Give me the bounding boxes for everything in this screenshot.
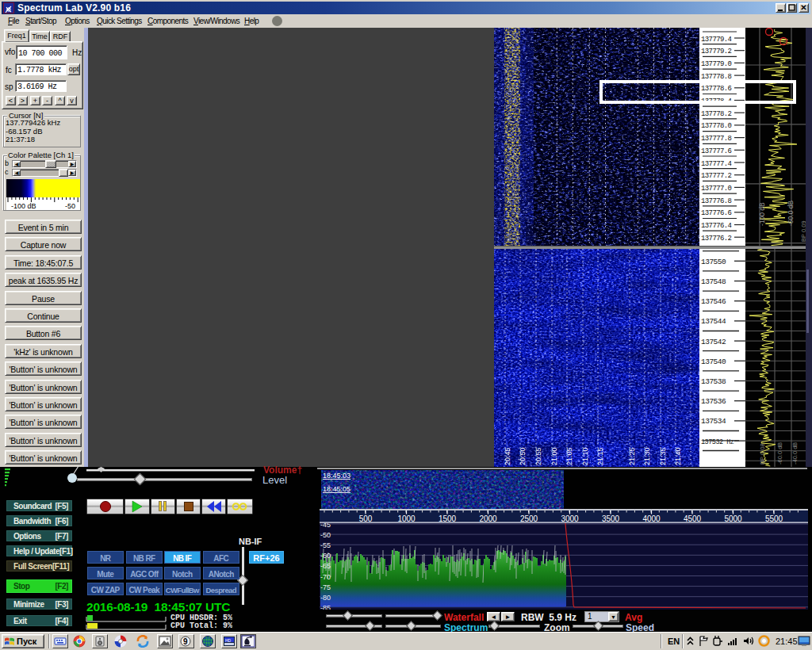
- svg-text:9: 9: [183, 637, 188, 646]
- svg-text:4000: 4000: [642, 514, 661, 523]
- svg-text:3000: 3000: [561, 514, 579, 523]
- svg-text:137779.4: 137779.4: [701, 36, 732, 44]
- svg-text:-70: -70: [320, 573, 331, 581]
- svg-text:-60.0 dB: -60.0 dB: [787, 201, 795, 226]
- svg-text:137534: 137534: [701, 417, 726, 426]
- svg-text:137532 Hz: 137532 Hz: [701, 438, 734, 446]
- svg-text:20:55: 20:55: [534, 447, 542, 465]
- svg-text:BP 0.09: BP 0.09: [800, 220, 806, 242]
- svg-text:137777.2: 137777.2: [701, 172, 732, 180]
- svg-text:-100 dB: -100 dB: [11, 202, 36, 210]
- svg-text:4500: 4500: [684, 514, 702, 523]
- svg-text:18:45:03: 18:45:03: [323, 472, 350, 480]
- svg-text:21:30: 21:30: [643, 447, 651, 465]
- svg-text:-60: -60: [320, 552, 331, 560]
- svg-text:137776.6: 137776.6: [701, 209, 732, 217]
- svg-text:-55: -55: [320, 541, 331, 549]
- svg-text:BP 0.08: BP 0.08: [759, 443, 766, 465]
- svg-text:20:45: 20:45: [504, 447, 511, 465]
- svg-text:2500: 2500: [520, 514, 538, 523]
- svg-text:-75: -75: [320, 583, 331, 591]
- svg-text:21:00: 21:00: [550, 447, 558, 465]
- svg-text:-50: -50: [320, 531, 331, 539]
- svg-text:5000: 5000: [724, 514, 742, 523]
- svg-text:137777.8: 137777.8: [701, 135, 732, 143]
- svg-text:-45: -45: [320, 523, 331, 529]
- svg-text:137778.2: 137778.2: [701, 110, 732, 118]
- svg-text:137538: 137538: [701, 377, 726, 386]
- svg-text:137776.2: 137776.2: [701, 235, 732, 243]
- svg-text:137536: 137536: [701, 397, 726, 406]
- svg-text:18:45:05: 18:45:05: [323, 485, 350, 493]
- svg-text:137542: 137542: [701, 338, 726, 346]
- svg-text:3500: 3500: [602, 514, 620, 523]
- svg-text:1500: 1500: [439, 514, 457, 523]
- svg-text:-60.0 dB: -60.0 dB: [776, 442, 783, 465]
- svg-text:21:10: 21:10: [581, 447, 589, 465]
- svg-text:137777.0: 137777.0: [701, 185, 732, 193]
- svg-text:21:40: 21:40: [674, 447, 682, 465]
- svg-text:137778.0: 137778.0: [701, 122, 732, 130]
- svg-text:137546: 137546: [701, 297, 726, 306]
- svg-text:137779.0: 137779.0: [701, 60, 732, 68]
- svg-text:1000: 1000: [397, 514, 416, 523]
- svg-text:-85: -85: [320, 604, 331, 610]
- svg-text:137776.4: 137776.4: [701, 222, 732, 230]
- svg-text:-50: -50: [65, 202, 75, 210]
- svg-text:137540: 137540: [701, 358, 726, 366]
- svg-text:137776.8: 137776.8: [701, 197, 732, 205]
- svg-text:137779.2: 137779.2: [701, 48, 732, 55]
- svg-text:20:50: 20:50: [519, 447, 527, 465]
- svg-text:137548: 137548: [701, 277, 726, 286]
- svg-text:-100 dB: -100 dB: [758, 202, 766, 226]
- svg-text:21:05: 21:05: [565, 447, 573, 465]
- svg-text:21:35: 21:35: [659, 447, 667, 465]
- svg-text:137544: 137544: [701, 317, 726, 326]
- svg-text:-40.0 dB: -40.0 dB: [791, 442, 799, 465]
- svg-text:-65: -65: [320, 562, 331, 570]
- svg-text:21:15: 21:15: [596, 447, 604, 465]
- svg-text:2000: 2000: [479, 514, 497, 523]
- svg-text:137777.6: 137777.6: [701, 147, 732, 155]
- svg-text:21:25: 21:25: [628, 447, 636, 465]
- svg-text:HD: HD: [225, 638, 232, 643]
- svg-text:5500: 5500: [765, 514, 783, 523]
- svg-text:500: 500: [359, 514, 373, 523]
- svg-text:137550: 137550: [701, 258, 726, 266]
- svg-text:-80: -80: [320, 594, 331, 602]
- svg-text:137777.4: 137777.4: [701, 160, 732, 168]
